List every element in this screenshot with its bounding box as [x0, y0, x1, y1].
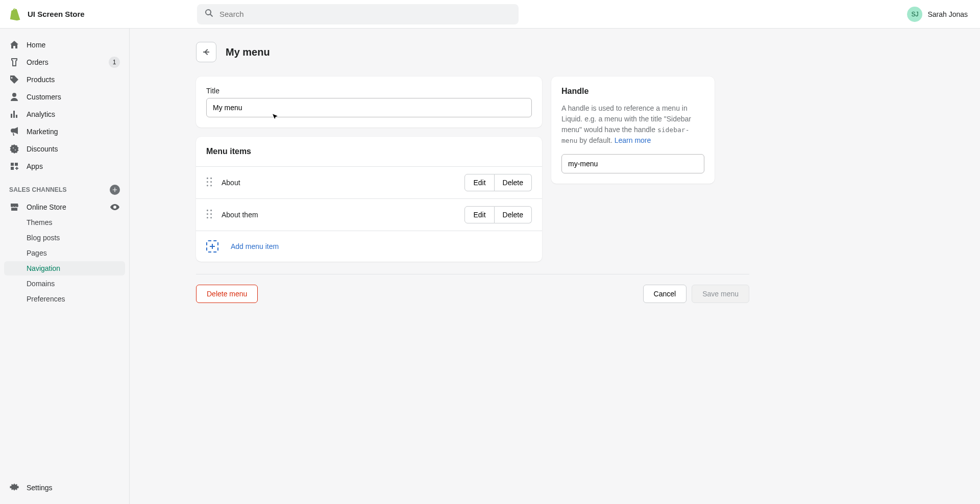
online-store-subnav: Themes Blog posts Pages Navigation Domai…: [4, 215, 125, 306]
sidebar-item-label: Products: [27, 75, 55, 84]
store-name: UI Screen Store: [28, 10, 85, 18]
menu-item-label: About them: [222, 211, 457, 219]
shopify-logo-icon: [8, 8, 21, 21]
orders-icon: [9, 57, 19, 67]
back-button[interactable]: [196, 42, 216, 62]
sidebar-item-analytics[interactable]: Analytics: [4, 106, 125, 122]
svg-point-9: [210, 213, 212, 215]
sidebar-item-label: Blog posts: [27, 234, 60, 242]
search-box[interactable]: [197, 4, 519, 24]
main: My menu Title Menu items: [130, 29, 980, 504]
avatar: SJ: [907, 7, 922, 22]
svg-point-7: [210, 210, 212, 211]
sidebar-item-label: Domains: [27, 280, 55, 288]
sidebar-item-label: Navigation: [27, 264, 60, 272]
sidebar-item-blog-posts[interactable]: Blog posts: [4, 231, 125, 245]
orders-badge: 1: [109, 57, 120, 68]
handle-input[interactable]: [561, 154, 704, 173]
menu-item-actions: Edit Delete: [464, 174, 532, 191]
sidebar-item-navigation[interactable]: Navigation: [4, 261, 125, 275]
search-wrap: [197, 4, 519, 24]
cancel-button[interactable]: Cancel: [643, 285, 687, 303]
svg-point-6: [207, 210, 208, 211]
page-header: My menu: [196, 42, 911, 62]
menu-item-row: About them Edit Delete: [196, 198, 542, 231]
title-field-label: Title: [206, 87, 532, 95]
handle-description: A handle is used to reference a menu in …: [561, 103, 704, 146]
delete-button[interactable]: Delete: [495, 206, 532, 223]
sidebar-item-discounts[interactable]: Discounts: [4, 141, 125, 157]
svg-point-2: [207, 181, 208, 183]
sidebar-item-label: Analytics: [27, 110, 55, 118]
cursor-icon: [272, 113, 279, 120]
sidebar-item-themes[interactable]: Themes: [4, 215, 125, 230]
menu-item-row: About Edit Delete: [196, 166, 542, 198]
drag-handle-icon[interactable]: [206, 209, 214, 220]
save-menu-button[interactable]: Save menu: [692, 285, 749, 303]
sidebar-item-label: Themes: [27, 218, 53, 226]
logo-wrap: UI Screen Store: [8, 8, 197, 21]
sidebar-item-settings[interactable]: Settings: [4, 480, 125, 496]
handle-heading: Handle: [561, 87, 704, 96]
svg-point-5: [210, 185, 212, 186]
menu-item-actions: Edit Delete: [464, 206, 532, 223]
sidebar-item-home[interactable]: Home: [4, 37, 125, 53]
sidebar: Home Orders 1 Products Customers Analyti…: [0, 29, 130, 504]
megaphone-icon: [9, 127, 19, 137]
home-icon: [9, 40, 19, 50]
sidebar-item-label: Marketing: [27, 128, 58, 136]
storefront-icon: [9, 202, 19, 212]
title-input[interactable]: [206, 98, 532, 117]
delete-menu-button[interactable]: Delete menu: [196, 285, 258, 303]
add-menu-item-button[interactable]: Add menu item: [196, 231, 542, 262]
page-footer: Delete menu Cancel Save menu: [196, 274, 749, 313]
edit-button[interactable]: Edit: [464, 174, 494, 191]
add-dashed-icon: [206, 240, 218, 253]
delete-button[interactable]: Delete: [495, 174, 532, 191]
gear-icon: [9, 483, 19, 493]
sidebar-item-orders[interactable]: Orders 1: [4, 54, 125, 70]
topbar: UI Screen Store SJ Sarah Jonas: [0, 0, 980, 29]
sidebar-item-domains[interactable]: Domains: [4, 276, 125, 291]
menu-items-heading: Menu items: [206, 147, 532, 156]
svg-point-8: [207, 213, 208, 215]
title-card: Title: [196, 77, 542, 128]
sidebar-item-products[interactable]: Products: [4, 71, 125, 88]
channels-nav: Online Store: [4, 199, 125, 215]
user-name: Sarah Jonas: [927, 10, 968, 18]
drag-handle-icon[interactable]: [206, 177, 214, 188]
sidebar-item-label: Online Store: [27, 203, 66, 211]
add-channel-button[interactable]: [110, 185, 120, 195]
apps-icon: [9, 161, 19, 171]
primary-nav: Home Orders 1 Products Customers Analyti…: [4, 37, 125, 174]
svg-point-4: [207, 185, 208, 186]
view-storefront-button[interactable]: [110, 202, 120, 212]
svg-point-11: [210, 217, 212, 218]
sidebar-item-preferences[interactable]: Preferences: [4, 292, 125, 306]
svg-point-10: [207, 217, 208, 218]
person-icon: [9, 92, 19, 102]
edit-button[interactable]: Edit: [464, 206, 494, 223]
user-menu[interactable]: SJ Sarah Jonas: [907, 7, 972, 22]
add-menu-item-label: Add menu item: [231, 242, 279, 250]
tag-icon: [9, 74, 19, 85]
sidebar-item-online-store[interactable]: Online Store: [4, 199, 125, 215]
svg-point-0: [207, 178, 208, 179]
sidebar-item-label: Preferences: [27, 295, 65, 303]
arrow-left-icon: [201, 47, 211, 57]
section-label: SALES CHANNELS: [9, 186, 67, 193]
sidebar-item-marketing[interactable]: Marketing: [4, 123, 125, 140]
page-title: My menu: [226, 46, 270, 58]
sidebar-item-label: Pages: [27, 249, 47, 257]
search-icon: [204, 8, 214, 20]
sidebar-item-apps[interactable]: Apps: [4, 158, 125, 174]
sidebar-item-label: Orders: [27, 58, 48, 66]
sidebar-item-pages[interactable]: Pages: [4, 246, 125, 260]
svg-point-1: [210, 178, 212, 179]
learn-more-link[interactable]: Learn more: [615, 136, 651, 144]
menu-items-card: Menu items About Edit Delete: [196, 137, 542, 262]
sidebar-item-customers[interactable]: Customers: [4, 89, 125, 105]
sidebar-item-label: Apps: [27, 162, 43, 170]
analytics-icon: [9, 109, 19, 119]
search-input[interactable]: [219, 10, 511, 18]
